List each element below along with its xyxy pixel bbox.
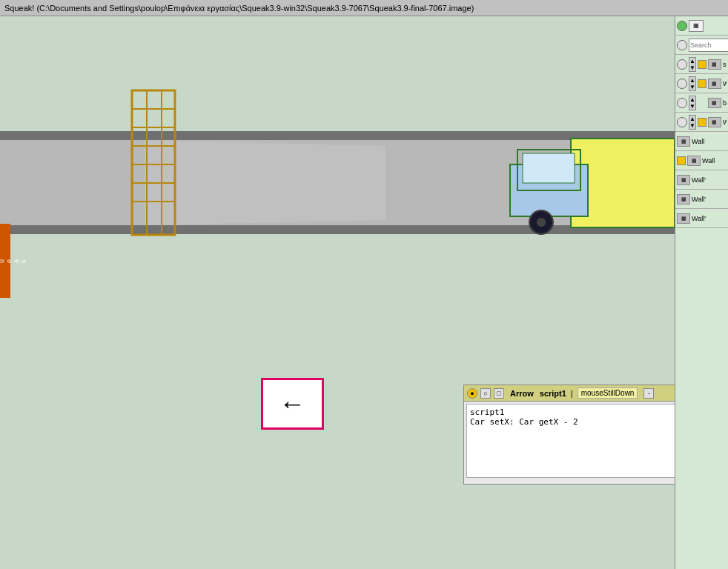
panel-img-6[interactable]: ▦ — [677, 175, 690, 185]
panel-img-8[interactable]: ▦ — [677, 213, 690, 224]
panel-circle-3[interactable] — [677, 117, 687, 127]
panel-circle-0[interactable] — [677, 59, 687, 70]
script-code-line2: Car setX: Car getX - 2 — [470, 417, 675, 427]
canvas-area: ← ● ○ □ Arrow script1 | mouseStillDown -… — [0, 16, 675, 569]
squeak-side-tab[interactable]: Squeak — [0, 224, 10, 298]
script-minus-btn[interactable]: - — [643, 388, 654, 399]
panel-grid-icon[interactable]: ▦ — [689, 20, 704, 32]
panel-label-2: basi... — [723, 99, 727, 107]
panel-img-1[interactable]: ▦ — [708, 79, 721, 89]
svg-marker-3 — [145, 140, 385, 225]
panel-img-5[interactable]: ▦ — [687, 156, 701, 166]
panel-circle-2[interactable] — [677, 98, 687, 108]
panel-row-4: ▦ Wall — [675, 132, 728, 151]
arrow-symbol: ← — [279, 388, 306, 419]
right-panel: ▦ ▲▼ ▦ scri... ▲▼ ▦ Wall ▲▼ ▦ basi... ▲▼… — [675, 16, 728, 569]
panel-label-8: Wall' — [692, 215, 706, 222]
panel-img-2[interactable]: ▦ — [708, 98, 721, 108]
title-text: Squeak! (C:\Documents and Settings\poulo… — [4, 4, 474, 13]
panel-arrow-1[interactable]: ▲▼ — [689, 76, 696, 91]
script-object-name: Arrow — [510, 389, 534, 398]
script-expand-btn[interactable]: □ — [494, 388, 504, 399]
svg-point-19 — [537, 218, 546, 227]
panel-arrow-0[interactable]: ▲▼ — [689, 57, 696, 72]
panel-row-3: ▲▼ ▦ Wall — [675, 113, 728, 132]
panel-row-0: ▲▼ ▦ scri... — [675, 55, 728, 74]
panel-arrow-2[interactable]: ▲▼ — [689, 96, 696, 110]
panel-green-circle[interactable] — [677, 21, 687, 31]
panel-yellow-1[interactable] — [698, 79, 707, 88]
script-body[interactable]: script1 Car setX: Car getX - 2 — [466, 404, 675, 478]
panel-img-4[interactable]: ▦ — [677, 136, 690, 147]
panel-label-1: Wall — [723, 80, 727, 87]
panel-yellow-5[interactable] — [677, 156, 686, 165]
panel-img-0[interactable]: ▦ — [708, 59, 721, 70]
title-bar: Squeak! (C:\Documents and Settings\poulo… — [0, 0, 728, 16]
panel-label-7: Wall' — [692, 196, 706, 203]
panel-row-5: ▦ Wall — [675, 151, 728, 170]
panel-img-3[interactable]: ▦ — [708, 117, 721, 127]
road-svg — [0, 61, 675, 253]
panel-label-3: Wall — [723, 119, 727, 126]
panel-circle-1[interactable] — [677, 79, 687, 89]
script-event[interactable]: mouseStillDown — [578, 387, 638, 399]
panel-img-7[interactable]: ▦ — [677, 194, 690, 204]
script-name: script1 — [540, 389, 566, 398]
panel-icons-row: ▦ — [675, 16, 728, 36]
panel-spacer-2 — [698, 99, 707, 107]
script-separator: | — [571, 389, 573, 398]
panel-label-5: Wall — [702, 157, 715, 164]
panel-arrow-3[interactable]: ▲▼ — [689, 115, 696, 130]
script-titlebar: ● ○ □ Arrow script1 | mouseStillDown - × — [464, 385, 675, 402]
panel-yellow-3[interactable] — [698, 118, 707, 127]
panel-row-1: ▲▼ ▦ Wall — [675, 74, 728, 93]
arrow-button[interactable]: ← — [261, 378, 324, 430]
panel-label-0: scri... — [723, 61, 727, 68]
side-tab-label: Squeak — [0, 258, 27, 263]
panel-row-6: ▦ Wall' — [675, 170, 728, 190]
panel-row-7: ▦ Wall' — [675, 190, 728, 209]
panel-label-6: Wall' — [692, 176, 706, 184]
panel-search-circle[interactable] — [677, 40, 687, 50]
panel-row-2: ▲▼ ▦ basi... — [675, 93, 728, 113]
script-code-line1: script1 — [470, 407, 675, 417]
script-yellow-dot[interactable]: ● — [467, 388, 477, 399]
panel-row-8: ▦ Wall' — [675, 209, 728, 228]
road-scene — [0, 61, 675, 253]
panel-yellow-0[interactable] — [698, 60, 707, 69]
panel-search-input[interactable] — [689, 39, 728, 52]
svg-rect-17 — [523, 153, 575, 183]
script-window: ● ○ □ Arrow script1 | mouseStillDown - ×… — [463, 385, 675, 485]
panel-label-4: Wall — [692, 138, 704, 145]
script-min-btn[interactable]: ○ — [480, 388, 491, 399]
panel-search-row — [675, 36, 728, 55]
